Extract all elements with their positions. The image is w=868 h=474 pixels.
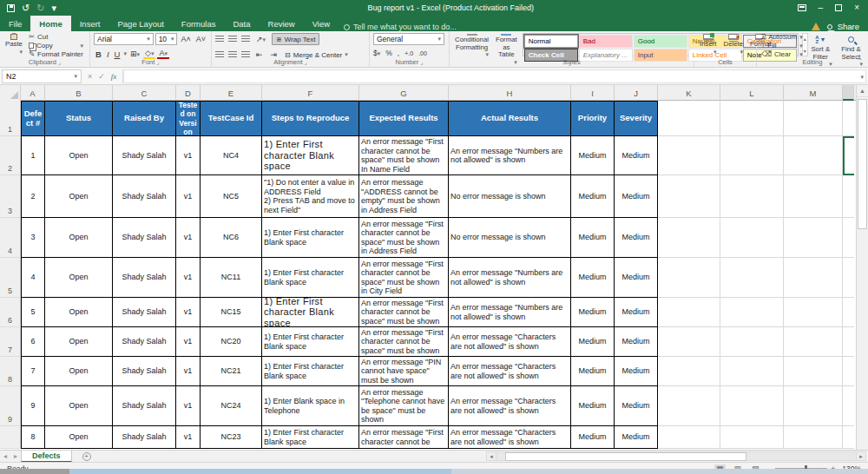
cell-n2-selected[interactable] (843, 136, 854, 175)
ribbon-tab-formulas[interactable]: Formulas (173, 16, 225, 31)
column-header-e[interactable]: E (201, 85, 262, 101)
cell-b2[interactable]: Open (45, 136, 113, 175)
cell-g10[interactable]: An error message "First character cannot… (359, 426, 449, 449)
cell-g8[interactable]: An error message "PIN cannot have space"… (359, 357, 449, 386)
cell-b7[interactable]: Open (45, 327, 113, 357)
cell-empty[interactable] (658, 136, 720, 175)
orientation-button[interactable]: ↗▾ (254, 35, 267, 43)
cell-b4[interactable]: Open (45, 218, 113, 258)
select-all-corner[interactable] (0, 85, 21, 101)
wrap-text-button[interactable]: ≋Wrap Text (272, 33, 319, 45)
cell-empty[interactable] (720, 357, 784, 386)
cell-empty[interactable] (658, 386, 720, 426)
cell-j5[interactable]: Medium (615, 258, 658, 298)
format-painter-button[interactable]: ✎Format Painter (28, 50, 84, 58)
cell-f5[interactable]: 1) Enter First character Blank space (262, 258, 359, 298)
cell-empty[interactable] (784, 258, 843, 298)
clear-button[interactable]: ⌫Clear▾ (760, 50, 804, 58)
clipboard-dialog-launcher[interactable]: ⌟ (58, 59, 61, 65)
cell-e9[interactable]: NC24 (201, 386, 262, 426)
ribbon-tab-page-layout[interactable]: Page Layout (108, 16, 172, 31)
cell-empty[interactable] (720, 136, 784, 175)
ribbon-tab-home[interactable]: Home (30, 16, 70, 31)
cell-i6[interactable]: Medium (571, 298, 615, 327)
cancel-entry-icon[interactable]: × (88, 72, 92, 81)
insert-cells-button[interactable]: Insert▾ (698, 33, 719, 56)
bold-button[interactable]: B (94, 49, 103, 59)
cell-a6[interactable]: 5 (21, 298, 45, 327)
fill-button[interactable]: ↓Fill▾ (760, 42, 804, 49)
column-header-f[interactable]: F (262, 85, 359, 101)
row-header-5[interactable]: 5 (0, 258, 21, 298)
cell-b10[interactable]: Open (45, 426, 113, 449)
cell-empty[interactable] (720, 258, 784, 298)
column-header-m[interactable]: M (784, 85, 843, 101)
cell-empty[interactable] (784, 218, 843, 258)
row-header-1[interactable]: 1 (0, 101, 21, 136)
ribbon-display-options-icon[interactable] (798, 4, 806, 11)
row-header-8[interactable]: 8 (0, 357, 21, 386)
cell-j7[interactable]: Medium (615, 327, 658, 357)
name-box[interactable]: N2▾ (2, 69, 82, 83)
confirm-entry-icon[interactable]: ✓ (98, 72, 105, 81)
ribbon-tab-data[interactable]: Data (224, 16, 259, 31)
cell-n10[interactable] (843, 426, 854, 449)
cell-c2[interactable]: Shady Salah (113, 136, 176, 175)
conditional-formatting-button[interactable]: Conditional Formatting▾ (453, 33, 490, 56)
cell-i9[interactable]: Medium (571, 386, 615, 426)
cell-n5[interactable] (843, 258, 854, 298)
cell-i4[interactable]: Medium (571, 218, 615, 258)
vertical-scrollbar[interactable]: ▲ (856, 85, 868, 450)
shrink-font-button[interactable]: A˅ (194, 35, 207, 43)
scroll-up-icon[interactable]: ▲ (857, 85, 868, 97)
cell-f7[interactable]: 1) Enter First character Blank space (262, 327, 359, 357)
font-size-select[interactable]: 10▾ (155, 33, 178, 45)
cell-empty[interactable] (658, 426, 720, 449)
cell-i2[interactable]: Medium (571, 136, 615, 175)
cell-f10[interactable]: 1) Enter First character Blank space (262, 426, 359, 449)
cell-g4[interactable]: An error message "First character cannot… (359, 218, 449, 258)
cell-a3[interactable]: 2 (21, 175, 45, 218)
column-header-k[interactable]: K (658, 85, 720, 101)
qat-customize-icon[interactable]: ▾ (51, 3, 56, 13)
cell-empty[interactable] (720, 175, 784, 218)
cell-a9[interactable]: 9 (21, 386, 45, 426)
column-header-l[interactable]: L (720, 85, 784, 101)
collapse-ribbon-icon[interactable]: ⌃ (857, 57, 863, 65)
autosum-button[interactable]: ΣAutoSum▾ (760, 33, 804, 41)
cell-empty[interactable] (784, 101, 843, 136)
underline-button[interactable]: U (113, 49, 122, 59)
cell-g6[interactable]: An error message "First character cannot… (359, 298, 449, 327)
row-header-7[interactable]: 7 (0, 327, 21, 357)
ribbon-tab-review[interactable]: Review (260, 16, 304, 31)
align-center-icon[interactable] (228, 51, 237, 58)
copy-button[interactable]: Copy▾ (28, 42, 84, 49)
column-header-i[interactable]: I (571, 85, 615, 101)
cell-d4[interactable]: v1 (176, 218, 201, 258)
cell-empty[interactable] (720, 218, 784, 258)
cell-e10[interactable]: NC23 (201, 426, 262, 449)
cell-j3[interactable]: Medium (615, 175, 658, 218)
horizontal-scrollbar-thumb[interactable] (505, 452, 746, 461)
sheet-nav-right-icon[interactable]: ▸ (10, 452, 21, 460)
row-header-3[interactable]: 3 (0, 175, 21, 218)
vertical-scrollbar-thumb[interactable] (858, 99, 867, 229)
row-header-10[interactable] (0, 426, 21, 449)
cell-e8[interactable]: NC21 (201, 357, 262, 386)
close-button[interactable]: × (854, 3, 859, 12)
cell-a8[interactable]: 7 (21, 357, 45, 386)
cell-empty[interactable] (720, 298, 784, 327)
number-format-select[interactable]: General▾ (373, 33, 444, 45)
cell-n9[interactable] (843, 386, 854, 426)
style-good[interactable]: Good (634, 35, 687, 48)
column-header-d[interactable]: D (176, 85, 201, 101)
cell-empty[interactable] (720, 426, 784, 449)
row-header-9[interactable]: 9 (0, 386, 21, 426)
alignment-dialog-launcher[interactable]: ⌟ (305, 59, 307, 65)
ribbon-tab-insert[interactable]: Insert (71, 16, 109, 31)
cell-b6[interactable]: Open (45, 298, 113, 327)
cell-i8[interactable]: Medium (571, 357, 615, 386)
column-header-g[interactable]: G (359, 85, 449, 101)
cell-empty[interactable] (658, 218, 720, 258)
style-normal[interactable]: Normal (524, 35, 578, 48)
